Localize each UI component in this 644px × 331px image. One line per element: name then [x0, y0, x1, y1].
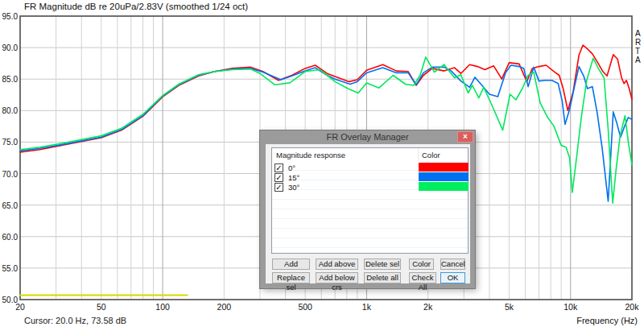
x-tick-label: 100	[155, 302, 170, 312]
x-tick-label: 10k	[564, 302, 577, 312]
x-tick-label: 50	[97, 302, 106, 312]
column-color: Color	[422, 151, 440, 159]
arta-watermark: A R T A	[635, 29, 641, 64]
color-button[interactable]: Color	[409, 259, 434, 270]
delete-all-button[interactable]: Delete all	[364, 272, 401, 283]
y-tick-label: 70.0	[0, 170, 18, 179]
y-tick-label: 85.0	[0, 75, 18, 84]
y-tick-label: 75.0	[0, 138, 18, 147]
close-icon[interactable]: ×	[457, 131, 473, 143]
add-below-crs-button[interactable]: Add below crs	[316, 272, 358, 283]
x-tick-label: 20k	[625, 302, 639, 312]
x-tick-label: 20	[15, 302, 25, 312]
y-tick-label: 95.0	[0, 12, 18, 21]
overlay-rows: ✓0°✓15°✓30°	[272, 161, 468, 253]
overlay-list-header: Magnitude response Color	[272, 148, 468, 162]
overlay-row[interactable]: ✓15°	[272, 172, 468, 182]
ok-button[interactable]: OK	[440, 272, 465, 283]
y-tick-label: 80.0	[0, 106, 18, 115]
overlay-row[interactable]: ✓0°	[272, 163, 468, 172]
cursor-readout: Cursor: 20.0 Hz, 73.58 dB	[24, 316, 126, 325]
add-button[interactable]: Add	[272, 259, 310, 270]
x-tick-label: 1k	[362, 302, 371, 312]
x-tick-label: 200	[217, 302, 232, 312]
overlay-label: 0°	[288, 163, 295, 172]
add-above-crs-button[interactable]: Add above crs	[316, 259, 358, 270]
x-tick-label: 2k	[423, 302, 432, 312]
overlay-label: 15°	[288, 173, 299, 182]
chart-title: FR Magnitude dB re 20uPa/2.83V (smoothed…	[24, 2, 248, 11]
dialog-body: Magnitude response Color ✓0°✓15°✓30° Add…	[266, 144, 470, 283]
overlay-label: 30°	[288, 183, 299, 192]
x-tick-label: 5k	[505, 302, 514, 312]
overlay-checkbox[interactable]: ✓	[275, 173, 283, 182]
column-magnitude-response: Magnitude response	[276, 151, 345, 159]
y-tick-label: 65.0	[0, 201, 18, 210]
dialog-titlebar[interactable]: FR Overlay Manager	[260, 130, 475, 144]
overlay-row[interactable]: ✓30°	[272, 182, 468, 192]
delete-sel-button[interactable]: Delete sel	[364, 259, 401, 270]
overlay-checkbox[interactable]: ✓	[275, 163, 283, 172]
y-tick-label: 55.0	[0, 264, 18, 273]
overlay-list[interactable]: Magnitude response Color ✓0°✓15°✓30°	[271, 147, 469, 254]
overlay-color-swatch[interactable]	[419, 182, 469, 191]
y-tick-label: 90.0	[0, 43, 18, 52]
x-tick-label: 500	[298, 302, 312, 312]
fr-overlay-manager-dialog: FR Overlay Manager × Magnitude response …	[260, 130, 475, 288]
overlay-color-swatch[interactable]	[419, 172, 469, 181]
overlay-checkbox[interactable]: ✓	[275, 183, 283, 192]
cancel-button[interactable]: Cancel	[440, 259, 465, 270]
x-axis-label: Frequency (Hz)	[576, 316, 638, 325]
column-divider	[418, 148, 419, 161]
y-tick-label: 60.0	[0, 233, 18, 242]
overlay-color-swatch[interactable]	[419, 163, 469, 172]
replace-sel-button[interactable]: Replace sel	[272, 272, 310, 283]
check-all-button[interactable]: Check All	[409, 272, 436, 283]
